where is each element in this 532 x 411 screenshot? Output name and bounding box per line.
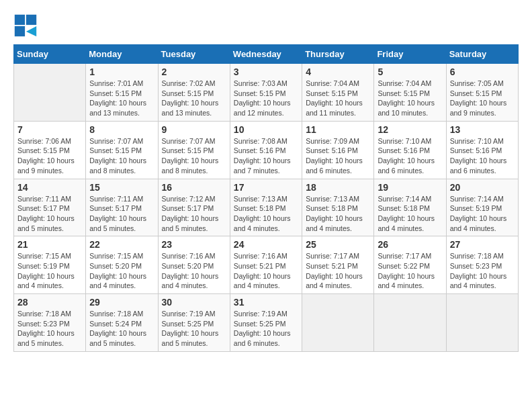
logo bbox=[13, 13, 42, 38]
day-number: 23 bbox=[162, 239, 226, 250]
day-info: Sunrise: 7:17 AMSunset: 5:21 PMDaylight:… bbox=[306, 251, 370, 291]
header-cell-thursday: Thursday bbox=[302, 45, 374, 64]
day-info: Sunrise: 7:17 AMSunset: 5:22 PMDaylight:… bbox=[378, 251, 442, 291]
calendar-cell: 21Sunrise: 7:15 AMSunset: 5:19 PMDayligh… bbox=[14, 236, 86, 294]
calendar-cell: 12Sunrise: 7:10 AMSunset: 5:16 PMDayligh… bbox=[374, 121, 446, 179]
day-number: 1 bbox=[89, 66, 154, 77]
day-number: 31 bbox=[234, 297, 298, 308]
calendar-cell: 8Sunrise: 7:07 AMSunset: 5:15 PMDaylight… bbox=[86, 121, 158, 179]
calendar-cell: 6Sunrise: 7:05 AMSunset: 5:15 PMDaylight… bbox=[446, 64, 518, 122]
calendar-cell: 14Sunrise: 7:11 AMSunset: 5:17 PMDayligh… bbox=[14, 179, 86, 236]
calendar-cell: 18Sunrise: 7:13 AMSunset: 5:18 PMDayligh… bbox=[302, 179, 374, 236]
day-number: 19 bbox=[378, 182, 442, 193]
day-number: 17 bbox=[234, 182, 298, 193]
day-info: Sunrise: 7:14 AMSunset: 5:19 PMDaylight:… bbox=[450, 194, 515, 234]
day-info: Sunrise: 7:10 AMSunset: 5:16 PMDaylight:… bbox=[450, 136, 515, 176]
day-number: 10 bbox=[234, 124, 298, 135]
header-cell-wednesday: Wednesday bbox=[230, 45, 302, 64]
day-info: Sunrise: 7:11 AMSunset: 5:17 PMDaylight:… bbox=[17, 194, 82, 234]
day-number: 13 bbox=[450, 124, 515, 135]
day-number: 5 bbox=[378, 66, 442, 77]
calendar-cell: 15Sunrise: 7:11 AMSunset: 5:17 PMDayligh… bbox=[86, 179, 158, 236]
day-number: 25 bbox=[306, 239, 370, 250]
day-info: Sunrise: 7:14 AMSunset: 5:18 PMDaylight:… bbox=[378, 194, 442, 234]
day-number: 26 bbox=[378, 239, 442, 250]
day-number: 6 bbox=[450, 66, 515, 77]
day-info: Sunrise: 7:13 AMSunset: 5:18 PMDaylight:… bbox=[306, 194, 370, 234]
calendar-cell: 9Sunrise: 7:07 AMSunset: 5:15 PMDaylight… bbox=[158, 121, 230, 179]
calendar-cell: 11Sunrise: 7:09 AMSunset: 5:16 PMDayligh… bbox=[302, 121, 374, 179]
header-cell-tuesday: Tuesday bbox=[158, 45, 230, 64]
day-info: Sunrise: 7:04 AMSunset: 5:15 PMDaylight:… bbox=[378, 79, 442, 118]
calendar-table: SundayMondayTuesdayWednesdayThursdayFrid… bbox=[13, 44, 519, 352]
day-info: Sunrise: 7:15 AMSunset: 5:20 PMDaylight:… bbox=[89, 251, 154, 291]
header-cell-sunday: Sunday bbox=[14, 45, 86, 64]
calendar-cell bbox=[446, 294, 518, 352]
calendar-cell: 30Sunrise: 7:19 AMSunset: 5:25 PMDayligh… bbox=[158, 294, 230, 352]
week-row-4: 21Sunrise: 7:15 AMSunset: 5:19 PMDayligh… bbox=[14, 236, 519, 294]
calendar-cell: 23Sunrise: 7:16 AMSunset: 5:20 PMDayligh… bbox=[158, 236, 230, 294]
day-info: Sunrise: 7:16 AMSunset: 5:21 PMDaylight:… bbox=[234, 251, 298, 291]
day-number: 20 bbox=[450, 182, 515, 193]
calendar-cell: 27Sunrise: 7:18 AMSunset: 5:23 PMDayligh… bbox=[446, 236, 518, 294]
calendar-cell: 25Sunrise: 7:17 AMSunset: 5:21 PMDayligh… bbox=[302, 236, 374, 294]
day-number: 28 bbox=[17, 297, 82, 308]
day-number: 14 bbox=[17, 182, 82, 193]
day-number: 22 bbox=[89, 239, 154, 250]
day-number: 27 bbox=[450, 239, 515, 250]
day-info: Sunrise: 7:18 AMSunset: 5:24 PMDaylight:… bbox=[89, 309, 154, 349]
day-info: Sunrise: 7:16 AMSunset: 5:20 PMDaylight:… bbox=[162, 251, 226, 291]
calendar-cell: 17Sunrise: 7:13 AMSunset: 5:18 PMDayligh… bbox=[230, 179, 302, 236]
day-info: Sunrise: 7:01 AMSunset: 5:15 PMDaylight:… bbox=[89, 79, 154, 118]
day-info: Sunrise: 7:06 AMSunset: 5:15 PMDaylight:… bbox=[17, 136, 82, 176]
calendar-cell: 28Sunrise: 7:18 AMSunset: 5:23 PMDayligh… bbox=[14, 294, 86, 352]
week-row-3: 14Sunrise: 7:11 AMSunset: 5:17 PMDayligh… bbox=[14, 179, 519, 236]
day-number: 29 bbox=[89, 297, 154, 308]
day-number: 8 bbox=[89, 124, 154, 135]
day-info: Sunrise: 7:03 AMSunset: 5:15 PMDaylight:… bbox=[234, 79, 298, 118]
header-cell-monday: Monday bbox=[86, 45, 158, 64]
day-number: 30 bbox=[162, 297, 226, 308]
day-info: Sunrise: 7:18 AMSunset: 5:23 PMDaylight:… bbox=[17, 309, 82, 349]
day-info: Sunrise: 7:09 AMSunset: 5:16 PMDaylight:… bbox=[306, 136, 370, 176]
day-info: Sunrise: 7:07 AMSunset: 5:15 PMDaylight:… bbox=[89, 136, 154, 176]
day-number: 9 bbox=[162, 124, 226, 135]
day-info: Sunrise: 7:15 AMSunset: 5:19 PMDaylight:… bbox=[17, 251, 82, 291]
day-info: Sunrise: 7:02 AMSunset: 5:15 PMDaylight:… bbox=[162, 79, 226, 118]
calendar-cell: 3Sunrise: 7:03 AMSunset: 5:15 PMDaylight… bbox=[230, 64, 302, 122]
day-number: 3 bbox=[234, 66, 298, 77]
calendar-cell: 10Sunrise: 7:08 AMSunset: 5:16 PMDayligh… bbox=[230, 121, 302, 179]
calendar-cell: 16Sunrise: 7:12 AMSunset: 5:17 PMDayligh… bbox=[158, 179, 230, 236]
calendar-cell: 2Sunrise: 7:02 AMSunset: 5:15 PMDaylight… bbox=[158, 64, 230, 122]
day-number: 11 bbox=[306, 124, 370, 135]
week-row-1: 1Sunrise: 7:01 AMSunset: 5:15 PMDaylight… bbox=[14, 64, 519, 122]
day-info: Sunrise: 7:19 AMSunset: 5:25 PMDaylight:… bbox=[162, 309, 226, 349]
week-row-5: 28Sunrise: 7:18 AMSunset: 5:23 PMDayligh… bbox=[14, 294, 519, 352]
calendar-cell: 29Sunrise: 7:18 AMSunset: 5:24 PMDayligh… bbox=[86, 294, 158, 352]
calendar-cell: 26Sunrise: 7:17 AMSunset: 5:22 PMDayligh… bbox=[374, 236, 446, 294]
calendar-cell: 31Sunrise: 7:19 AMSunset: 5:25 PMDayligh… bbox=[230, 294, 302, 352]
day-info: Sunrise: 7:11 AMSunset: 5:17 PMDaylight:… bbox=[89, 194, 154, 234]
day-number: 21 bbox=[17, 239, 82, 250]
day-number: 24 bbox=[234, 239, 298, 250]
week-row-2: 7Sunrise: 7:06 AMSunset: 5:15 PMDaylight… bbox=[14, 121, 519, 179]
day-number: 2 bbox=[162, 66, 226, 77]
day-info: Sunrise: 7:13 AMSunset: 5:18 PMDaylight:… bbox=[234, 194, 298, 234]
header-cell-saturday: Saturday bbox=[446, 45, 518, 64]
calendar-cell: 24Sunrise: 7:16 AMSunset: 5:21 PMDayligh… bbox=[230, 236, 302, 294]
day-number: 7 bbox=[17, 124, 82, 135]
day-info: Sunrise: 7:10 AMSunset: 5:16 PMDaylight:… bbox=[378, 136, 442, 176]
logo-icon bbox=[13, 13, 38, 38]
day-info: Sunrise: 7:04 AMSunset: 5:15 PMDaylight:… bbox=[306, 79, 370, 118]
calendar-cell: 19Sunrise: 7:14 AMSunset: 5:18 PMDayligh… bbox=[374, 179, 446, 236]
header-cell-friday: Friday bbox=[374, 45, 446, 64]
day-number: 12 bbox=[378, 124, 442, 135]
day-number: 18 bbox=[306, 182, 370, 193]
day-info: Sunrise: 7:05 AMSunset: 5:15 PMDaylight:… bbox=[450, 79, 515, 118]
svg-rect-1 bbox=[15, 15, 25, 25]
day-info: Sunrise: 7:12 AMSunset: 5:17 PMDaylight:… bbox=[162, 194, 226, 234]
svg-rect-2 bbox=[26, 15, 36, 25]
calendar-cell: 20Sunrise: 7:14 AMSunset: 5:19 PMDayligh… bbox=[446, 179, 518, 236]
calendar-cell: 13Sunrise: 7:10 AMSunset: 5:16 PMDayligh… bbox=[446, 121, 518, 179]
day-info: Sunrise: 7:07 AMSunset: 5:15 PMDaylight:… bbox=[162, 136, 226, 176]
